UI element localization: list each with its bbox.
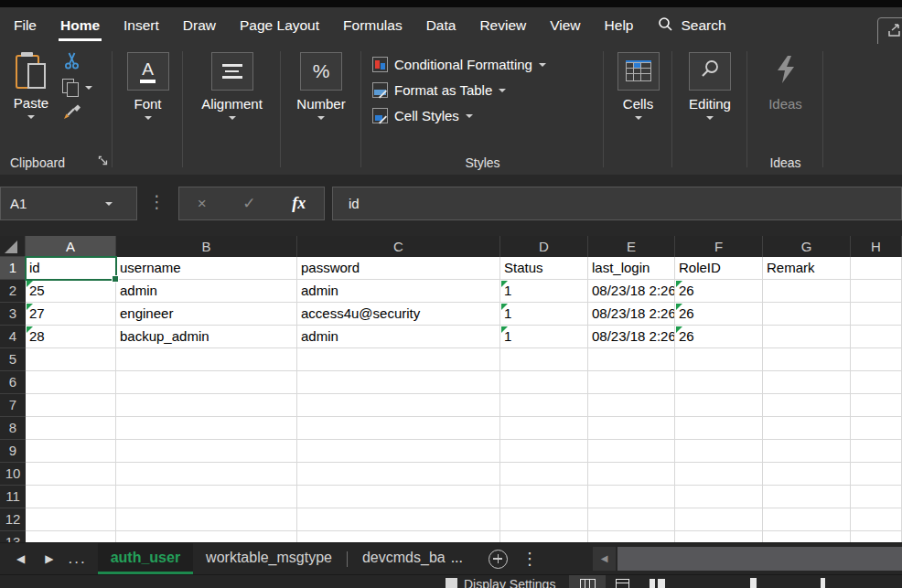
cell-D8[interactable] [500, 417, 588, 440]
cell-F4[interactable]: 26 [675, 326, 763, 348]
cell-C5[interactable] [297, 348, 500, 371]
select-all-corner[interactable] [0, 236, 26, 257]
cell-D7[interactable] [500, 394, 588, 417]
cell-D2[interactable]: 1 [500, 280, 588, 303]
cell-E12[interactable] [588, 508, 675, 531]
cell-H7[interactable] [851, 394, 902, 417]
col-header-G[interactable]: G [763, 236, 851, 257]
display-settings-label[interactable]: Display Settings [464, 577, 555, 588]
cell-E3[interactable]: 08/23/18 2:26 [588, 303, 675, 326]
row-header-8[interactable]: 8 [0, 417, 26, 440]
cell-C8[interactable] [297, 417, 500, 440]
new-sheet-button[interactable] [489, 550, 508, 569]
sheet-tab-devcmds_ba[interactable]: devcmds_ba... [349, 543, 476, 574]
cell-H6[interactable] [851, 371, 902, 394]
cell-A13[interactable] [26, 531, 116, 542]
format-painter-button[interactable] [62, 102, 82, 123]
cell-A7[interactable] [26, 394, 116, 417]
paste-dropdown-caret[interactable] [27, 115, 35, 119]
cell-C3[interactable]: access4u@security [297, 303, 500, 326]
cell-D12[interactable] [500, 508, 588, 531]
cell-H8[interactable] [851, 417, 902, 440]
cell-G5[interactable] [763, 348, 851, 371]
col-header-D[interactable]: D [500, 236, 588, 257]
cell-A9[interactable] [26, 440, 116, 463]
font-dropdown-caret[interactable] [145, 116, 152, 120]
cell-G3[interactable] [763, 303, 851, 326]
cell-styles-button[interactable]: Cell Styles [372, 104, 604, 126]
cell-E8[interactable] [588, 417, 675, 440]
sheet-menu-icon[interactable]: ⋮ [521, 549, 538, 569]
row-header-11[interactable]: 11 [0, 486, 26, 508]
cell-C12[interactable] [297, 508, 500, 531]
formula-input[interactable]: id [332, 187, 902, 220]
display-settings-icon[interactable] [446, 578, 457, 588]
cell-H1[interactable] [851, 257, 902, 280]
cell-H12[interactable] [851, 508, 902, 531]
row-header-10[interactable]: 10 [0, 463, 26, 486]
cell-B8[interactable] [116, 417, 297, 440]
cell-B1[interactable]: username [116, 257, 297, 280]
cell-C7[interactable] [297, 394, 500, 417]
cell-A3[interactable]: 27 [26, 303, 116, 326]
cell-F11[interactable] [675, 486, 763, 508]
cell-G4[interactable] [763, 326, 851, 348]
cell-B4[interactable]: backup_admin [116, 326, 297, 348]
cell-H3[interactable] [851, 303, 902, 326]
cell-G2[interactable] [763, 280, 851, 303]
cell-E6[interactable] [588, 371, 675, 394]
row-header-12[interactable]: 12 [0, 508, 26, 531]
cell-B10[interactable] [116, 463, 297, 486]
cell-F1[interactable]: RoleID [675, 257, 763, 280]
cell-B3[interactable]: engineer [116, 303, 297, 326]
menu-page-layout[interactable]: Page Layout [228, 7, 331, 44]
row-header-7[interactable]: 7 [0, 394, 26, 417]
cell-G10[interactable] [763, 463, 851, 486]
sheet-tab-auth_user[interactable]: auth_user [98, 543, 193, 574]
menu-draw[interactable]: Draw [171, 7, 228, 44]
page-layout-view-icon[interactable] [616, 579, 629, 588]
sheet-nav-right-icon[interactable]: ▶ [45, 552, 53, 565]
cells-dropdown-caret[interactable] [635, 116, 642, 120]
cell-C6[interactable] [297, 371, 500, 394]
cell-G9[interactable] [763, 440, 851, 463]
cell-E10[interactable] [588, 463, 675, 486]
cell-E7[interactable] [588, 394, 675, 417]
cell-D13[interactable] [500, 531, 588, 542]
number-button[interactable]: % Number [281, 44, 361, 120]
cell-B9[interactable] [116, 440, 297, 463]
cell-A4[interactable]: 28 [26, 326, 116, 348]
col-header-B[interactable]: B [116, 236, 297, 257]
cell-G11[interactable] [763, 486, 851, 508]
cell-D1[interactable]: Status [500, 257, 588, 280]
cell-C11[interactable] [297, 486, 500, 508]
cell-D5[interactable] [500, 348, 588, 371]
cell-G13[interactable] [763, 531, 851, 542]
cell-H4[interactable] [851, 326, 902, 348]
cell-H10[interactable] [851, 463, 902, 486]
cell-D4[interactable]: 1 [500, 326, 588, 348]
insert-function-icon[interactable]: fx [292, 194, 306, 213]
cell-F5[interactable] [675, 348, 763, 371]
cell-G8[interactable] [763, 417, 851, 440]
cell-E11[interactable] [588, 486, 675, 508]
cell-A2[interactable]: 25 [26, 280, 116, 303]
col-header-C[interactable]: C [297, 236, 500, 257]
cell-F12[interactable] [675, 508, 763, 531]
cut-button[interactable] [62, 51, 81, 73]
sheet-nav-more-icon[interactable]: ... [68, 550, 86, 568]
col-header-E[interactable]: E [588, 236, 675, 257]
row-header-13[interactable]: 13 [0, 531, 26, 542]
menu-home[interactable]: Home [48, 7, 112, 44]
copy-button[interactable] [62, 79, 92, 97]
menu-data[interactable]: Data [414, 7, 468, 44]
cell-F7[interactable] [675, 394, 763, 417]
cell-H5[interactable] [851, 348, 902, 371]
cell-A1[interactable]: id [26, 257, 116, 280]
cell-F13[interactable] [675, 531, 763, 542]
cell-A11[interactable] [26, 486, 116, 508]
cell-B6[interactable] [116, 371, 297, 394]
font-button[interactable]: A Font [113, 44, 183, 120]
name-box[interactable]: A1 [0, 187, 137, 220]
format-as-table-button[interactable]: Format as Table [372, 79, 604, 101]
